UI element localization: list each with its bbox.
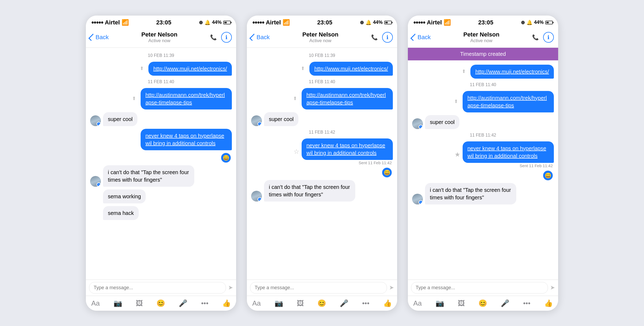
call-icon-2[interactable]: 📞 [371,34,378,41]
nav-icons-3: 📞 ℹ [532,32,554,43]
bubble-p3-supercool: super cool [425,115,459,129]
more-icon[interactable]: ••• [201,299,208,307]
location-icon-3: ⊕ [521,20,525,25]
like-icon-3[interactable]: 👍 [544,299,553,307]
status-left-3: ●●●●● Airtel 📶 [413,19,451,26]
sent-wrap-p3: never knew 4 taps on hyperlapse wil brin… [463,141,554,168]
call-icon[interactable]: 📞 [210,34,217,41]
chevron-left-icon-3 [411,34,418,41]
gallery-icon-3[interactable]: 🖼 [458,299,465,307]
send-icon-1[interactable]: ➤ [228,284,233,291]
gallery-icon-2[interactable]: 🖼 [297,299,304,307]
sent-label-p2: Sent 11 Feb 11:42 [359,160,393,165]
camera-icon-2[interactable]: 📷 [275,299,283,307]
timestamp-p2-1: 10 FEB 11:39 [251,53,393,58]
message-input-2[interactable] [250,282,387,294]
location-icon: ⊕ [199,20,203,25]
chevron-left-icon-2 [250,34,257,41]
more-icon-2[interactable]: ••• [362,299,369,307]
bubble-link1: http://www.muji.net/electronics/ [148,62,232,76]
avatar-p3-1: f [412,118,423,129]
p3-link2[interactable]: http://austinmann.com/trek/hyperlapse-ti… [467,95,547,108]
wifi-icon: 📶 [122,19,129,26]
bubble-cantdo: i can't do that "Tap the screen four tim… [103,165,194,187]
bubble-sema1: sema working [103,189,146,203]
status-bar-1: ●●●●● Airtel 📶 23:05 ⊕ 🔔 44% [86,16,236,28]
like-icon[interactable]: 👍 [222,299,231,307]
gallery-icon[interactable]: 🖼 [136,299,143,307]
link2[interactable]: http://austinmann.com/trek/hyperlapse-ti… [145,92,225,105]
share-icon-2[interactable]: ⬆ [132,96,138,102]
emoji-icon-2[interactable]: 😊 [317,299,326,307]
avatar-p2-1: f [251,115,262,126]
more-icon-3[interactable]: ••• [523,299,530,307]
camera-icon-3[interactable]: 📷 [436,299,444,307]
link1[interactable]: http://www.muji.net/electronics/ [153,66,227,72]
message-input-3[interactable] [411,282,548,294]
info-icon-2[interactable]: ℹ [382,32,393,43]
bubble-p2-link1: http://www.muji.net/electronics/ [309,62,393,76]
font-icon[interactable]: Aa [91,299,100,307]
status-right-2: ⊕ 🔔 44% [360,20,392,25]
emoji-reaction-p2: 😀 [382,168,392,177]
carrier-label-2: Airtel [266,19,281,26]
alarm-icon-3: 🔔 [526,20,532,25]
share-icon-1[interactable]: ⬆ [140,65,146,72]
emoji-icon-3[interactable]: 😊 [478,299,487,307]
input-area-1: ➤ [86,280,236,296]
battery-icon-2 [384,21,392,24]
chat-area-1: 10 FEB 11:39 ⬆ http://www.muji.net/elect… [86,48,236,280]
battery-label-3: 44% [534,20,544,25]
back-label: Back [96,34,109,41]
back-button[interactable]: Back [90,34,109,41]
p3-link1[interactable]: http://www.muji.net/electronics/ [475,69,549,75]
mic-icon-3[interactable]: 🎤 [501,299,509,307]
bubble-p2-link2: http://austinmann.com/trek/hyperlapse-ti… [302,88,393,109]
msg-row-cantdo: f i can't do that "Tap the screen four t… [90,165,232,187]
msg-row-sent-link2: ⬆ http://austinmann.com/trek/hyperlapse-… [90,88,232,109]
timestamp-p2-2: 11 FEB 11:40 [251,79,393,84]
camera-icon[interactable]: 📷 [114,299,122,307]
mic-icon[interactable]: 🎤 [179,299,187,307]
p2-link2[interactable]: http://austinmann.com/trek/hyperlapse-ti… [306,92,386,105]
contact-name-3: Peter Nelson [463,31,500,38]
call-icon-3[interactable]: 📞 [532,34,539,41]
font-icon-3[interactable]: Aa [413,299,422,307]
messenger-badge: f [97,122,101,126]
msg-row-p2-hyperlapse-wrap: ☆ never knew 4 taps on hyperlapse wil br… [251,138,393,165]
msg-row-super-cool: f super cool [90,112,232,126]
send-icon-2[interactable]: ➤ [389,284,394,291]
info-icon[interactable]: ℹ [221,32,232,43]
share-icon-p3-2[interactable]: ⬆ [454,98,460,105]
info-icon-3[interactable]: ℹ [543,32,554,43]
share-icon-p3-1[interactable]: ⬆ [462,68,468,75]
back-button-3[interactable]: Back [412,34,431,41]
bubble-p2-supercool: super cool [264,112,298,126]
timestamp-1: 10 FEB 11:39 [90,53,232,58]
contact-name-2: Peter Nelson [302,31,339,38]
bubble-super-cool: super cool [103,112,137,126]
send-icon-3[interactable]: ➤ [550,284,555,291]
like-icon-2[interactable]: 👍 [383,299,392,307]
signal-dots-2: ●●●●● [252,20,264,25]
back-label-2: Back [257,34,270,41]
back-button-2[interactable]: Back [251,34,270,41]
star-icon-p2[interactable]: ☆ [294,148,299,155]
time-display: 23:05 [156,19,171,26]
msg-row-hyperlapse: never knew 4 taps on hyperlapse wil brin… [90,129,232,150]
emoji-icon[interactable]: 😊 [156,299,165,307]
share-icon-p2-2[interactable]: ⬆ [293,96,299,102]
star-icon-p3[interactable]: ★ [455,151,460,158]
msg-row-p2-cantdo: f i can't do that "Tap the screen four t… [251,180,393,202]
font-icon-2[interactable]: Aa [252,299,261,307]
messenger-badge-p2-1: f [258,122,262,126]
share-icon-p2-1[interactable]: ⬆ [301,65,307,72]
msg-row-sema1: sema working [90,189,232,203]
mic-icon-2[interactable]: 🎤 [340,299,348,307]
p2-link1[interactable]: http://www.muji.net/electronics/ [314,66,388,72]
msg-row-p3-hyperlapse-wrap: ★ never knew 4 taps on hyperlapse wil br… [412,141,554,168]
status-left: ●●●●● Airtel 📶 [91,19,129,26]
message-input-1[interactable] [89,282,226,294]
timestamp-p3-1: 11 FEB 11:40 [412,82,554,87]
phone-frame-3: ●●●●● Airtel 📶 23:05 ⊕ 🔔 44% Back Peter … [408,16,558,311]
